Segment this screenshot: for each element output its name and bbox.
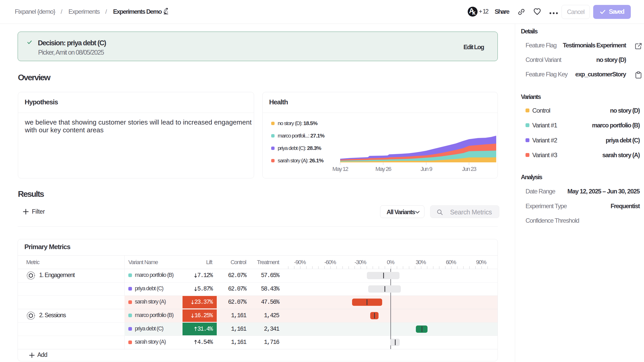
- svg-text:Jun 9: Jun 9: [421, 166, 432, 172]
- svg-text:May 12: May 12: [332, 166, 348, 172]
- svg-text:Jun 23: Jun 23: [462, 166, 477, 172]
- svg-text:May 26: May 26: [375, 166, 391, 172]
